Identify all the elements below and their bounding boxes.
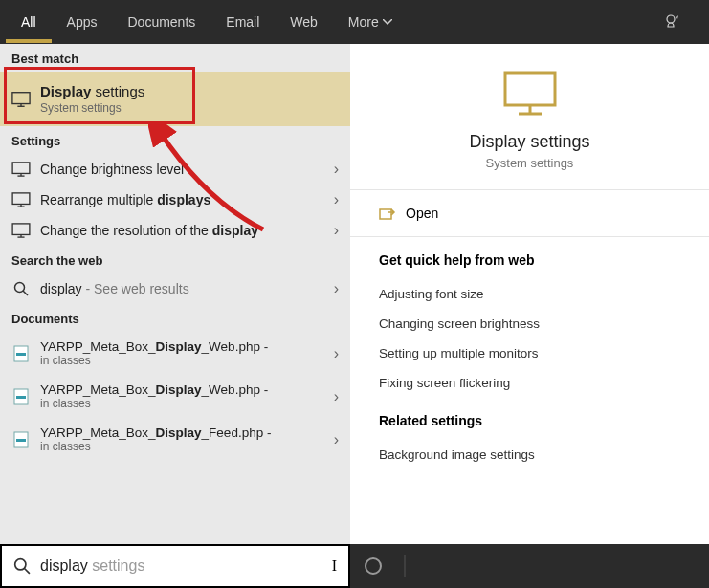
preview-header: Display settings System settings	[350, 44, 709, 190]
preview-title: Display settings	[469, 132, 589, 152]
settings-result-rearrange[interactable]: Rearrange multiple displays ›	[0, 185, 350, 215]
svg-line-26	[24, 568, 30, 574]
monitor-icon	[11, 91, 31, 108]
quick-help-link[interactable]: Setting up multiple monitors	[379, 338, 680, 368]
svg-rect-20	[16, 439, 26, 442]
chevron-right-icon: ›	[334, 431, 339, 448]
divider-icon	[404, 555, 406, 577]
chevron-down-icon	[383, 19, 392, 25]
section-best-match: Best match	[0, 44, 350, 72]
feedback-icon	[665, 13, 682, 31]
tab-more[interactable]: More	[333, 5, 408, 39]
document-result[interactable]: YARPP_Meta_Box_Display_Feed.php -in clas…	[0, 418, 350, 461]
php-file-icon	[13, 388, 29, 405]
chevron-right-icon: ›	[334, 388, 339, 405]
text-cursor-icon: I	[332, 557, 337, 575]
svg-rect-21	[505, 73, 555, 105]
quick-help-link[interactable]: Adjusting font size	[379, 279, 680, 309]
monitor-icon	[11, 162, 31, 177]
svg-line-14	[23, 291, 28, 295]
quick-help-link[interactable]: Fixing screen flickering	[379, 368, 680, 398]
svg-rect-4	[12, 163, 30, 174]
tab-all[interactable]: All	[6, 1, 52, 43]
document-result[interactable]: YARPP_Meta_Box_Display_Web.php -in class…	[0, 332, 350, 375]
section-documents: Documents	[0, 304, 350, 332]
settings-result-resolution[interactable]: Change the resolution of the display ›	[0, 215, 350, 246]
tab-documents[interactable]: Documents	[112, 5, 210, 39]
php-file-icon	[13, 431, 29, 448]
preview-subtitle: System settings	[486, 156, 574, 170]
related-link[interactable]: Background image settings	[379, 440, 680, 469]
chevron-right-icon: ›	[334, 345, 339, 362]
svg-rect-1	[12, 92, 30, 103]
section-web: Search the web	[0, 246, 350, 273]
cortana-circle-icon[interactable]	[364, 556, 383, 576]
svg-rect-10	[12, 224, 30, 235]
settings-result-brightness[interactable]: Change brightness level ›	[0, 154, 350, 185]
results-panel: Best match Display settings System setti…	[0, 44, 350, 544]
tab-email[interactable]: Email	[210, 5, 275, 39]
search-tabs: All Apps Documents Email Web More	[0, 0, 709, 44]
svg-rect-7	[12, 193, 30, 205]
search-icon	[13, 557, 31, 575]
feedback-button[interactable]	[644, 4, 703, 40]
svg-rect-16	[16, 353, 26, 356]
chevron-right-icon: ›	[334, 280, 339, 297]
quick-help-link[interactable]: Changing screen brightness	[379, 309, 680, 338]
search-input[interactable]: display settings I	[0, 544, 350, 588]
tab-web[interactable]: Web	[275, 5, 333, 39]
svg-point-0	[667, 15, 675, 23]
chevron-right-icon: ›	[334, 222, 339, 239]
monitor-icon-large	[501, 69, 559, 117]
document-result[interactable]: YARPP_Meta_Box_Display_Web.php -in class…	[0, 375, 350, 418]
preview-panel: Display settings System settings Open Ge…	[350, 44, 709, 544]
quick-help-heading: Get quick help from web	[379, 252, 680, 268]
svg-rect-24	[380, 209, 391, 219]
open-icon	[379, 207, 396, 220]
web-result[interactable]: display - See web results ›	[0, 273, 350, 304]
chevron-right-icon: ›	[334, 191, 339, 208]
section-settings: Settings	[0, 126, 350, 154]
search-bar: display settings I	[0, 544, 709, 588]
tab-apps[interactable]: Apps	[52, 5, 113, 39]
php-file-icon	[13, 345, 29, 362]
search-icon	[13, 281, 29, 296]
related-heading: Related settings	[379, 413, 680, 428]
monitor-icon	[11, 223, 31, 238]
svg-rect-18	[16, 396, 26, 399]
chevron-right-icon: ›	[334, 161, 339, 178]
open-action[interactable]: Open	[350, 190, 709, 237]
monitor-icon	[11, 192, 31, 207]
svg-point-27	[366, 558, 381, 574]
best-match-result[interactable]: Display settings System settings	[0, 72, 350, 126]
